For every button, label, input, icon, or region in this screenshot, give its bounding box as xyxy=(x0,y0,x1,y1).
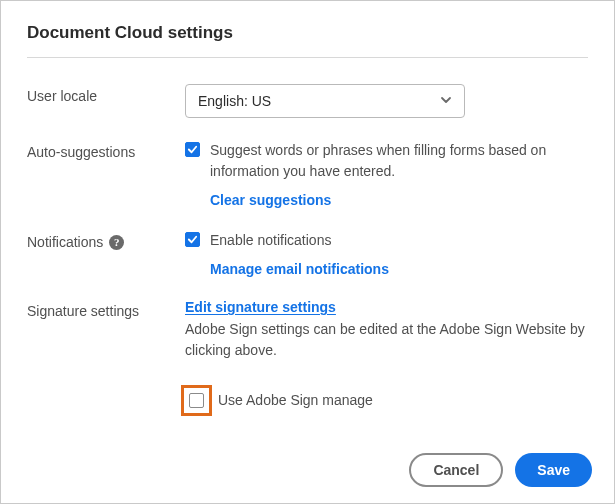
notifications-checkbox[interactable] xyxy=(185,232,200,247)
divider xyxy=(27,57,588,58)
label-auto-suggestions: Auto-suggestions xyxy=(27,140,185,160)
enable-notifications-label: Enable notifications xyxy=(210,230,331,251)
auto-suggestions-desc: Suggest words or phrases when filling fo… xyxy=(210,140,588,182)
dialog-footer: Cancel Save xyxy=(409,453,592,487)
manage-email-notifications-link[interactable]: Manage email notifications xyxy=(210,261,389,277)
locale-select[interactable]: English: US xyxy=(185,84,465,118)
dialog-title: Document Cloud settings xyxy=(27,23,588,43)
use-adobe-sign-checkbox[interactable] xyxy=(189,393,204,408)
row-auto-suggestions: Auto-suggestions Suggest words or phrase… xyxy=(27,140,588,208)
edit-signature-settings-link[interactable]: Edit signature settings xyxy=(185,299,336,315)
cancel-button[interactable]: Cancel xyxy=(409,453,503,487)
clear-suggestions-link[interactable]: Clear suggestions xyxy=(210,192,331,208)
row-user-locale: User locale English: US xyxy=(27,84,588,118)
use-adobe-sign-label: Use Adobe Sign manage xyxy=(218,390,373,411)
label-signature-settings: Signature settings xyxy=(27,299,185,319)
row-signature-settings: Signature settings Edit signature settin… xyxy=(27,299,588,416)
label-user-locale: User locale xyxy=(27,84,185,104)
signature-desc: Adobe Sign settings can be edited at the… xyxy=(185,319,588,361)
auto-suggestions-checkbox[interactable] xyxy=(185,142,200,157)
row-notifications: Notifications ? Enable notifications Man… xyxy=(27,230,588,277)
save-button[interactable]: Save xyxy=(515,453,592,487)
chevron-down-icon xyxy=(440,93,452,109)
settings-dialog: Document Cloud settings User locale Engl… xyxy=(0,0,615,504)
label-notifications: Notifications xyxy=(27,234,103,250)
highlight-box xyxy=(181,385,212,416)
help-icon[interactable]: ? xyxy=(109,235,124,250)
locale-select-value: English: US xyxy=(198,93,271,109)
